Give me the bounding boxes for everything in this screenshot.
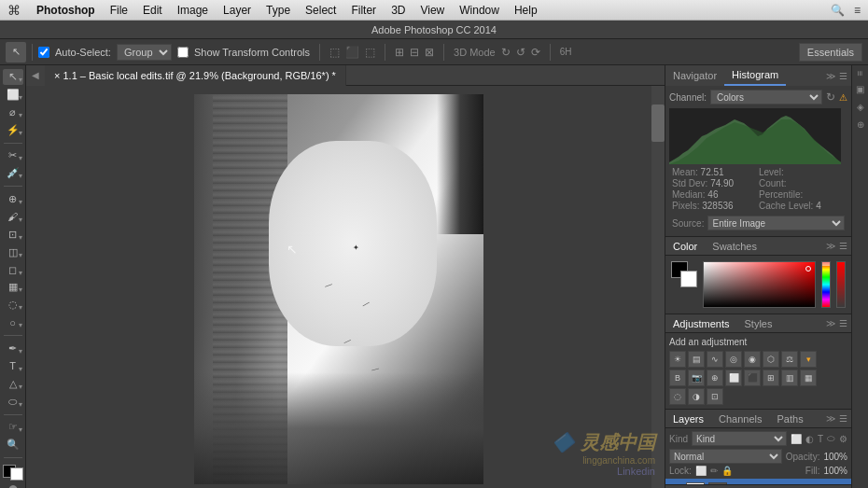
distribute-icon2[interactable]: ⊟ <box>410 46 419 59</box>
adj-colrlookup[interactable]: ⬜ <box>725 369 742 386</box>
adj-more[interactable]: ▾ <box>800 351 817 368</box>
adj-levels[interactable]: ▤ <box>688 351 705 368</box>
adj-curves[interactable]: ∿ <box>707 351 723 368</box>
refresh-icon[interactable]: ↻ <box>826 91 835 104</box>
lasso-tool[interactable]: ⌀▾ <box>3 105 23 120</box>
menu-edit[interactable]: Edit <box>136 2 169 19</box>
pen-tool[interactable]: ✒▾ <box>3 341 23 356</box>
distribute-icon1[interactable]: ⊞ <box>395 46 404 59</box>
adj-threshold[interactable]: ▥ <box>781 369 798 386</box>
transform-checkbox[interactable] <box>177 47 189 58</box>
alpha-bar[interactable] <box>836 261 846 308</box>
autoselect-checkbox[interactable] <box>38 47 49 58</box>
color-panel-menu[interactable]: ☰ <box>839 241 847 251</box>
eraser-tool[interactable]: ◻▾ <box>3 262 23 278</box>
filter-adj-icon[interactable]: ◐ <box>805 434 814 444</box>
hand-tool[interactable]: ☞▾ <box>3 419 23 435</box>
eyedropper-tool[interactable]: 💉▾ <box>3 165 23 181</box>
adj-exposure[interactable]: ◎ <box>725 351 742 368</box>
search-icon[interactable]: 🔍 <box>831 4 845 17</box>
layers-expand[interactable]: ≫ <box>826 413 835 424</box>
extra-icon1[interactable]: 6H <box>560 47 572 57</box>
adj-photo[interactable]: 📷 <box>688 369 705 386</box>
tab-color[interactable]: Color <box>665 237 705 256</box>
menu-view[interactable]: View <box>413 2 451 19</box>
align-right-icon[interactable]: ⬚ <box>365 46 375 59</box>
tab-styles[interactable]: Styles <box>737 314 780 333</box>
distribute-icon3[interactable]: ⊠ <box>425 46 434 59</box>
clone-tool[interactable]: ⊡▾ <box>3 227 23 243</box>
path-tool[interactable]: △▾ <box>3 376 23 392</box>
3d-icon3[interactable]: ⟳ <box>531 46 540 59</box>
color-panel-expand[interactable]: ≫ <box>826 241 835 251</box>
filter-pixel-icon[interactable]: ⬜ <box>791 434 802 444</box>
move-tool[interactable]: ↖▾ <box>3 69 23 85</box>
adj-selective[interactable]: ◌ <box>669 388 686 405</box>
panel-menu-icon[interactable]: ☰ <box>839 71 847 81</box>
3d-icon2[interactable]: ↺ <box>516 46 525 59</box>
adj-invert[interactable]: ⬛ <box>744 369 761 386</box>
kind-select[interactable]: Kind <box>692 431 787 446</box>
menu-window[interactable]: Window <box>453 2 506 19</box>
filter-shape-icon[interactable]: ⬭ <box>827 433 835 444</box>
background-color[interactable] <box>10 467 23 481</box>
adj-channelmix[interactable]: ⊕ <box>707 369 723 386</box>
extra-tool4[interactable]: ⊕ <box>855 118 866 132</box>
document-tab[interactable]: × 1.1 – Basic local edits.tif @ 21.9% (B… <box>45 65 346 86</box>
menu-image[interactable]: Image <box>171 2 215 19</box>
quick-mask-icon[interactable]: ⬤ <box>8 484 18 488</box>
channel-select[interactable]: ColorsRedGreenBlue <box>710 90 822 105</box>
layers-menu[interactable]: ☰ <box>839 413 847 424</box>
menu-help[interactable]: Help <box>508 2 544 19</box>
panel-expand-icon[interactable]: ≫ <box>826 71 835 81</box>
3d-icon1[interactable]: ↻ <box>501 46 511 59</box>
blur-tool[interactable]: ◌▾ <box>3 297 23 313</box>
adj-shadow[interactable]: ◑ <box>688 388 705 405</box>
magic-wand-tool[interactable]: ⚡▾ <box>3 122 23 138</box>
adj-expand[interactable]: ≫ <box>826 318 835 328</box>
extra-tool3[interactable]: ◈ <box>855 100 866 114</box>
opacity-value[interactable]: 100% <box>823 452 847 462</box>
gradient-tool[interactable]: ▦▾ <box>3 280 23 296</box>
extra-tool1[interactable]: ≡ <box>853 69 867 78</box>
adj-gradient2[interactable]: ▦ <box>800 369 817 386</box>
tab-channels[interactable]: Channels <box>711 410 769 428</box>
tab-adjustments[interactable]: Adjustments <box>665 314 737 333</box>
menu-icon[interactable]: ≡ <box>854 4 861 17</box>
source-select[interactable]: Entire Image <box>707 216 845 230</box>
blend-mode-select[interactable]: Normal <box>669 449 782 464</box>
menu-file[interactable]: File <box>104 2 134 19</box>
bg-swatch[interactable] <box>680 271 697 287</box>
menu-3d[interactable]: 3D <box>385 2 412 19</box>
lock-pixels-icon[interactable]: ⬜ <box>695 466 707 476</box>
filter-type-icon[interactable]: T <box>818 434 823 444</box>
essentials-button[interactable]: Essentials <box>799 43 862 62</box>
tab-histogram[interactable]: Histogram <box>724 65 786 86</box>
extra-tool2[interactable]: ▣ <box>854 82 866 96</box>
menu-select[interactable]: Select <box>299 2 343 19</box>
lock-transparency-icon[interactable]: 🔒 <box>721 466 733 476</box>
adj-bw[interactable]: B <box>669 369 686 386</box>
dodge-tool[interactable]: ○▾ <box>3 314 23 330</box>
shape-tool[interactable]: ⬭▾ <box>3 394 23 410</box>
type-tool[interactable]: T▾ <box>3 358 23 374</box>
tab-navigator[interactable]: Navigator <box>665 65 724 86</box>
fill-value[interactable]: 100% <box>823 466 847 476</box>
menu-layer[interactable]: Layer <box>217 2 258 19</box>
color-swatches[interactable] <box>3 465 23 481</box>
autoselect-select[interactable]: GroupLayer <box>117 44 172 61</box>
brush-tool[interactable]: 🖌▾ <box>3 209 23 225</box>
tab-swatches[interactable]: Swatches <box>705 237 764 256</box>
adj-colorbalance[interactable]: ⚖ <box>781 351 798 368</box>
align-center-icon[interactable]: ⬛ <box>345 46 359 59</box>
marquee-tool[interactable]: ⬜▾ <box>3 87 23 103</box>
hue-bar[interactable] <box>821 261 831 308</box>
crop-tool[interactable]: ✂▾ <box>3 147 23 163</box>
history-tool[interactable]: ◫▾ <box>3 244 23 260</box>
align-left-icon[interactable]: ⬚ <box>329 46 340 59</box>
tab-paths[interactable]: Paths <box>770 410 811 428</box>
lock-position-icon[interactable]: ✏ <box>710 466 718 476</box>
adj-pattern[interactable]: ⊡ <box>707 388 723 405</box>
adj-hue[interactable]: ⬡ <box>763 351 779 368</box>
adj-menu[interactable]: ☰ <box>839 318 847 328</box>
